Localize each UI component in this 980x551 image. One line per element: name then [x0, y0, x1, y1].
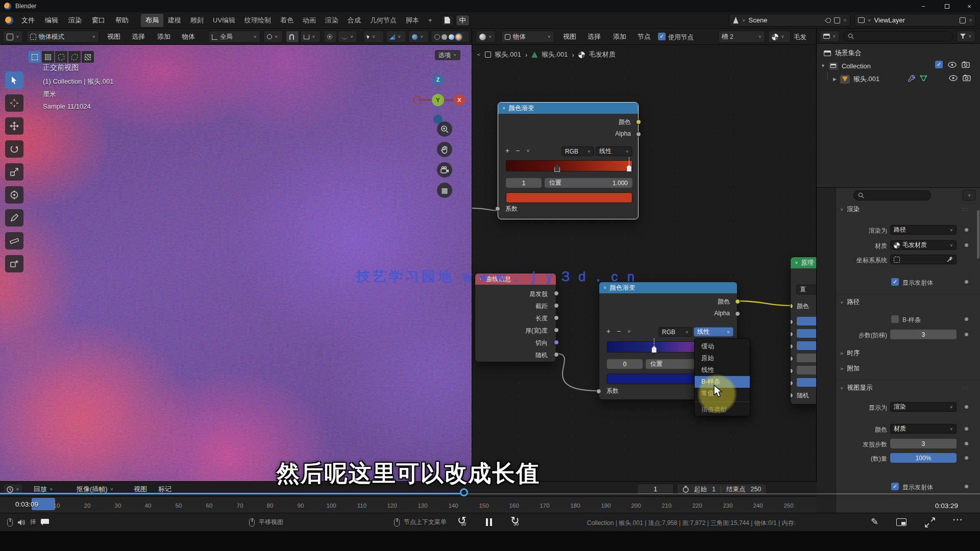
menu-render[interactable]: 渲染 [63, 14, 87, 27]
workspace-tab-shading[interactable]: 着色 [276, 14, 298, 27]
outliner-row-object[interactable]: ▶ 猴头.001 [833, 73, 879, 85]
workspace-tab-sculpting[interactable]: 雕刻 [186, 14, 208, 27]
outliner-row-scene-collection[interactable]: 场景集合 [824, 47, 862, 59]
color-mode-dropdown[interactable]: RGB ∨ [561, 146, 594, 156]
duplicate-area-button[interactable] [441, 15, 454, 26]
tool-transform[interactable] [5, 186, 23, 204]
close-button[interactable]: × [959, 0, 980, 12]
collection-checkbox[interactable]: ✓ [935, 61, 943, 68]
input-socket[interactable] [790, 332, 793, 337]
node-principled-hair-bsdf[interactable]: ∨ 原理化毛发BSDF 直 颜色 随机 [790, 257, 817, 405]
color-mode-dropdown[interactable]: RGB ∨ [658, 327, 692, 337]
eye-icon[interactable] [948, 62, 957, 68]
viewport-menu-add[interactable]: 添加 [152, 30, 176, 43]
properties-search-input[interactable] [853, 190, 931, 201]
eye-icon[interactable] [949, 75, 958, 81]
outliner-search-input[interactable] [843, 31, 953, 41]
playhead-badge[interactable] [32, 498, 55, 510]
tool-select-box[interactable] [5, 71, 23, 89]
bspline-checkbox[interactable] [891, 315, 899, 323]
interpolation-dropdown[interactable]: 线性 ∨ [596, 146, 632, 156]
tool-cursor[interactable] [5, 94, 23, 112]
slider-stub[interactable] [797, 341, 817, 350]
output-length-socket[interactable] [554, 315, 559, 320]
slider-stub[interactable] [797, 354, 817, 362]
menu-window[interactable]: 窗口 [87, 14, 110, 27]
history-back-icon[interactable]: ∨ [476, 53, 481, 57]
pan-button[interactable] [437, 142, 452, 157]
input-color-socket[interactable] [790, 304, 793, 309]
xray-dropdown[interactable]: ∨ [408, 31, 429, 43]
viewport-menu-object[interactable]: 物体 [177, 30, 200, 43]
menu-help[interactable]: 帮助 [110, 14, 134, 27]
color-dropdown[interactable]: 材质 ∨ [890, 424, 957, 434]
slider-stub[interactable] [797, 366, 817, 374]
workspace-tab-uv[interactable]: UV编辑 [208, 14, 240, 27]
mode-selector[interactable]: 物体模式 ∨ [27, 31, 99, 43]
slider-stub[interactable] [797, 378, 817, 387]
output-color-socket[interactable] [735, 299, 740, 304]
material-dropdown[interactable]: 毛发材质 ∨ [890, 240, 957, 250]
output-thickness-socket[interactable] [554, 328, 559, 333]
scene-selector[interactable]: ∨ Scene × [729, 14, 850, 27]
workspace-tab-layout[interactable]: 布局 [141, 14, 163, 27]
copy-icon[interactable] [834, 17, 840, 23]
output-random-socket[interactable] [554, 352, 559, 357]
add-stop-button[interactable]: + [505, 146, 509, 155]
tool-rotate[interactable] [5, 140, 23, 158]
menu-item-cardinal[interactable]: 原始 [695, 353, 750, 364]
viewport-3d[interactable]: ∨ 物体模式 ∨ 视图 选择 添加 物体 全局 ∨ ∨ [0, 29, 472, 481]
color-ramp-gradient[interactable] [506, 160, 632, 171]
input-socket[interactable] [790, 356, 793, 361]
output-color-socket[interactable] [636, 119, 641, 124]
workspace-tab-modeling[interactable]: 建模 [163, 14, 186, 27]
blender-menu-icon[interactable] [5, 16, 13, 24]
maximize-button[interactable] [935, 0, 959, 12]
input-socket[interactable] [790, 319, 793, 324]
remove-stop-button[interactable]: − [516, 146, 520, 155]
coord-system-field[interactable] [890, 255, 957, 264]
section-extra[interactable]: ∨ 附加 [840, 364, 860, 373]
workspace-tab-texturepaint[interactable]: 纹理绘制 [240, 14, 276, 27]
menu-item-ease[interactable]: 缓动 [695, 341, 750, 353]
workspace-tab-compositing[interactable]: 合成 [343, 14, 365, 27]
zoom-button[interactable] [437, 121, 452, 137]
keyframe-dot[interactable] [965, 442, 968, 445]
strand-steps-field[interactable]: 3 [890, 439, 957, 448]
node-header[interactable]: ∨ 颜色渐变 [498, 103, 638, 114]
display-mode-button[interactable]: ∨ [820, 31, 840, 42]
show-emitter-checkbox-2[interactable]: ✓ [891, 483, 899, 490]
workspace-tab-scripting[interactable]: 脚本 [401, 14, 424, 27]
output-tangent-socket[interactable] [554, 340, 559, 345]
shader-node-editor[interactable]: ∨ 物体 ∨ 视图 选择 添加 节点 ✓ 使用节点 槽 2 ∨ ∨ 毛发 [472, 29, 817, 481]
input-factor-socket[interactable] [596, 389, 601, 394]
keyframe-dot[interactable] [965, 317, 968, 321]
menu-file[interactable]: 文件 [16, 14, 40, 27]
keyframe-dot[interactable] [965, 427, 968, 431]
node-curve-info[interactable]: ∨ 曲线信息 是发股 截距 长度 厚(宽)度 切向 随机 [475, 273, 556, 362]
copy-icon[interactable] [960, 17, 966, 23]
pivot-point-selector[interactable]: ∨ [263, 31, 283, 43]
collapse-icon[interactable]: ∨ [502, 106, 506, 110]
unlink-icon[interactable]: × [843, 17, 847, 24]
workspace-tab-rendering[interactable]: 渲染 [321, 14, 343, 27]
viewport-shading-group[interactable] [431, 31, 470, 43]
tool-move[interactable] [5, 117, 23, 135]
stop-index-field[interactable]: 0 [607, 359, 643, 369]
node-colorramp-1[interactable]: ∨ 颜色渐变 颜色 Alpha + − ∨ RGB ∨ 线性 ∨ [498, 102, 639, 219]
input-socket[interactable] [790, 381, 793, 386]
input-socket[interactable] [790, 368, 793, 373]
slider-stub[interactable] [797, 329, 817, 338]
properties-scrollbar[interactable] [977, 210, 979, 259]
interpolation-dropdown-open[interactable]: 线性 ∨ [694, 327, 733, 337]
select-box-button[interactable] [42, 51, 54, 63]
tool-annotate[interactable] [5, 209, 23, 227]
section-timing[interactable]: ∨ 时序 [840, 349, 860, 358]
steps-field[interactable]: 3 [890, 330, 957, 339]
minimize-button[interactable]: − [912, 0, 935, 12]
input-socket[interactable] [790, 344, 793, 349]
remove-icon[interactable]: × [969, 17, 972, 24]
editor-type-button[interactable]: ∨ [3, 31, 23, 43]
camera-view-button[interactable] [437, 162, 452, 178]
workspace-tab-animation[interactable]: 动画 [298, 14, 321, 27]
